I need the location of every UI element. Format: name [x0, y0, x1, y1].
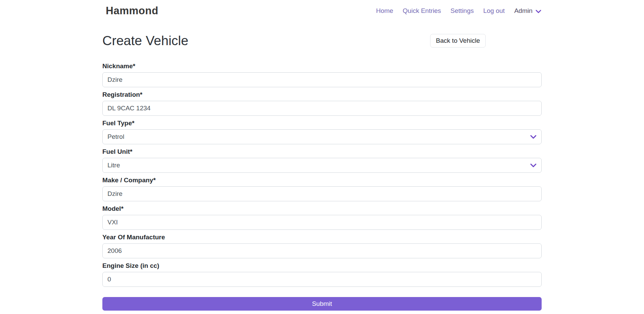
field-model: Model* [102, 205, 542, 230]
create-vehicle-form: Nickname* Registration* Fuel Type* Petro… [102, 62, 542, 311]
field-year-of-manufacture: Year Of Manufacture [102, 233, 542, 258]
make-company-input[interactable] [102, 186, 542, 201]
user-dropdown-label: Admin [514, 7, 532, 15]
fuel-unit-selected-value: Litre [107, 162, 120, 169]
nickname-label: Nickname* [102, 62, 542, 70]
chevron-down-icon [530, 162, 537, 169]
nav-link-quick-entries[interactable]: Quick Entries [398, 4, 446, 17]
main-content: Create Vehicle Back to Vehicle Nickname*… [102, 21, 542, 311]
model-input[interactable] [102, 215, 542, 230]
field-nickname: Nickname* [102, 62, 542, 87]
nav-link-home[interactable]: Home [371, 4, 398, 17]
page-header: Create Vehicle Back to Vehicle [102, 33, 542, 48]
engine-size-input[interactable] [102, 272, 542, 287]
chevron-down-icon [535, 8, 542, 15]
page-title: Create Vehicle [102, 33, 188, 48]
top-navbar: Hammond Home Quick Entries Settings Log … [102, 0, 542, 21]
fuel-unit-select[interactable]: Litre [102, 158, 542, 173]
fuel-unit-label: Fuel Unit* [102, 148, 542, 155]
nickname-input[interactable] [102, 72, 542, 87]
nav-link-logout[interactable]: Log out [479, 4, 509, 17]
fuel-type-label: Fuel Type* [102, 119, 542, 127]
nav-link-settings[interactable]: Settings [446, 4, 479, 17]
submit-button[interactable]: Submit [102, 297, 542, 311]
field-engine-size: Engine Size (in cc) [102, 262, 542, 287]
chevron-down-icon [530, 133, 537, 141]
engine-size-label: Engine Size (in cc) [102, 262, 542, 270]
user-dropdown-admin[interactable]: Admin [509, 4, 542, 17]
year-of-manufacture-label: Year Of Manufacture [102, 233, 542, 241]
back-to-vehicle-button[interactable]: Back to Vehicle [430, 34, 486, 48]
registration-label: Registration* [102, 91, 542, 98]
field-registration: Registration* [102, 91, 542, 116]
field-make-company: Make / Company* [102, 176, 542, 201]
field-fuel-unit: Fuel Unit* Litre [102, 148, 542, 173]
registration-input[interactable] [102, 101, 542, 116]
brand-logo[interactable]: Hammond [102, 5, 158, 17]
model-label: Model* [102, 205, 542, 213]
field-fuel-type: Fuel Type* Petrol [102, 119, 542, 144]
year-of-manufacture-input[interactable] [102, 243, 542, 258]
fuel-type-selected-value: Petrol [107, 133, 124, 141]
nav-menu: Home Quick Entries Settings Log out Admi… [371, 4, 542, 17]
make-company-label: Make / Company* [102, 176, 542, 184]
fuel-type-select[interactable]: Petrol [102, 129, 542, 144]
